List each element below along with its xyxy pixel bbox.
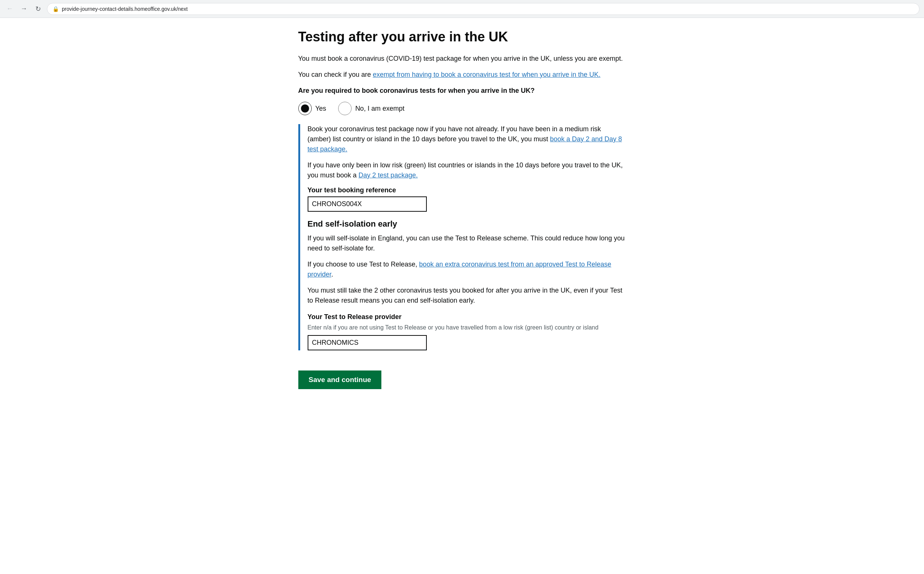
radio-yes-label[interactable]: Yes <box>298 102 326 115</box>
info-para1: Book your coronavirus test package now i… <box>308 124 626 154</box>
forward-button[interactable]: → <box>19 4 29 14</box>
browser-chrome: ← → ↻ 🔒 provide-journey-contact-details.… <box>0 0 924 18</box>
info-para2: If you have only been in low risk (green… <box>308 160 626 180</box>
radio-group: Yes No, I am exempt <box>298 102 626 115</box>
self-isolation-para2-suffix: . <box>332 271 333 278</box>
intro-paragraph-2: You can check if you are exempt from hav… <box>298 70 626 80</box>
release-provider-hint: Enter n/a if you are not using Test to R… <box>308 323 626 332</box>
test-booking-label: Your test booking reference <box>308 186 626 194</box>
radio-yes-text: Yes <box>316 105 326 113</box>
day2-link[interactable]: Day 2 test package. <box>359 172 418 179</box>
info-para2-prefix: If you have only been in low risk (green… <box>308 161 623 179</box>
release-provider-label: Your Test to Release provider <box>308 313 626 321</box>
url-text: provide-journey-contact-details.homeoffi… <box>62 6 188 12</box>
back-button[interactable]: ← <box>5 4 15 14</box>
self-isolation-para2: If you choose to use Test to Release, bo… <box>308 259 626 279</box>
radio-yes[interactable] <box>298 102 312 115</box>
test-booking-input[interactable] <box>308 196 427 212</box>
self-isolation-para3: You must still take the 2 other coronavi… <box>308 285 626 306</box>
page-content: Testing after you arrive in the UK You m… <box>283 18 641 419</box>
radio-no-text: No, I am exempt <box>355 105 404 113</box>
release-provider-field: Your Test to Release provider Enter n/a … <box>308 313 626 350</box>
self-isolation-section: End self-isolation early If you will sel… <box>308 219 626 306</box>
reload-button[interactable]: ↻ <box>33 4 43 14</box>
exempt-link[interactable]: exempt from having to book a coronavirus… <box>373 71 600 78</box>
self-isolation-para2-prefix: If you choose to use Test to Release, <box>308 260 420 268</box>
release-provider-input[interactable] <box>308 335 427 350</box>
radio-no[interactable] <box>338 102 352 115</box>
save-and-continue-button[interactable]: Save and continue <box>298 371 382 389</box>
intro2-prefix: You can check if you are <box>298 71 373 78</box>
test-booking-field: Your test booking reference <box>308 186 626 212</box>
self-isolation-heading: End self-isolation early <box>308 219 626 229</box>
page-title: Testing after you arrive in the UK <box>298 29 626 45</box>
lock-icon: 🔒 <box>52 6 59 12</box>
address-bar[interactable]: 🔒 provide-journey-contact-details.homeof… <box>47 3 919 15</box>
radio-no-label[interactable]: No, I am exempt <box>338 102 404 115</box>
self-isolation-para1: If you will self-isolate in England, you… <box>308 233 626 254</box>
question-label: Are you required to book coronavirus tes… <box>298 86 626 96</box>
info-box: Book your coronavirus test package now i… <box>298 124 626 350</box>
intro-paragraph-1: You must book a coronavirus (COVID-19) t… <box>298 54 626 64</box>
